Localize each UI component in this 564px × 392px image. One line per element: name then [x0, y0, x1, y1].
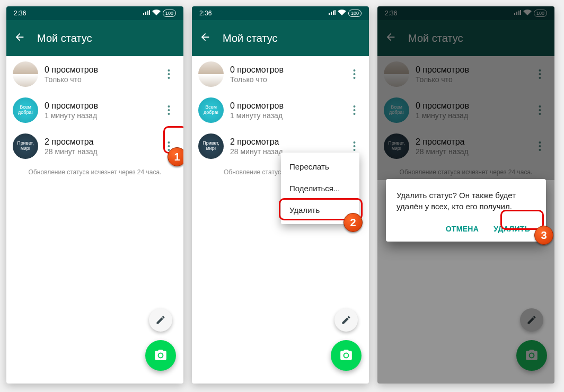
phone-screen-3: 2:36 100 Мой статус 0 просмотров Только …: [377, 6, 554, 384]
confirm-delete-button[interactable]: УДАЛИТЬ: [488, 220, 535, 237]
avatar: Привет, мир!: [13, 133, 38, 159]
status-row-text: 0 просмотров Только что: [230, 65, 339, 84]
svg-point-5: [168, 113, 170, 115]
battery-indicator: 100: [163, 10, 176, 17]
battery-indicator: 100: [348, 10, 362, 17]
phone-screen-2: 2:36 100 Мой статус 0 просмотров Только …: [192, 6, 369, 384]
more-menu-button[interactable]: [160, 102, 177, 119]
page-title: Мой статус: [223, 32, 278, 44]
svg-point-4: [168, 109, 170, 111]
status-row-title: 0 просмотров: [230, 101, 339, 111]
more-menu-button[interactable]: [160, 66, 177, 83]
svg-point-8: [168, 149, 170, 151]
status-row-title: 2 просмотра: [45, 137, 154, 147]
status-row-text: 0 просмотров Только что: [45, 65, 154, 84]
fab-stack: [145, 308, 176, 371]
edit-fab[interactable]: [149, 308, 172, 332]
svg-point-1: [168, 73, 170, 75]
dialog-actions: ОТМЕНА УДАЛИТЬ: [396, 220, 535, 237]
phone-screen-1: 2:36 100 Мой статус 0 просмотров Только …: [6, 6, 183, 384]
app-bar: Мой статус: [192, 20, 369, 56]
menu-item-delete[interactable]: Удалить: [281, 199, 359, 221]
delete-confirm-dialog: Удалить статус? Он также будет удалён у …: [386, 179, 546, 242]
svg-point-3: [168, 105, 170, 108]
more-menu-button[interactable]: [346, 66, 363, 83]
svg-point-13: [353, 109, 355, 111]
signal-icon: [328, 10, 336, 17]
status-row-sub: Только что: [45, 75, 154, 84]
more-menu-button[interactable]: [346, 102, 363, 119]
status-list: 0 просмотров Только что Всем добра! 0 пр…: [6, 56, 183, 180]
context-menu: Переслать Поделиться... Удалить: [281, 153, 359, 224]
status-row-sub: 28 минут назад: [45, 147, 154, 156]
status-row-title: 0 просмотров: [230, 65, 339, 75]
status-icons: 100: [143, 10, 176, 17]
wifi-icon: [152, 10, 161, 17]
page-title: Мой статус: [37, 32, 92, 44]
status-icons: 100: [328, 10, 362, 17]
status-row-text: 0 просмотров 1 минуту назад: [45, 101, 154, 120]
menu-item-forward[interactable]: Переслать: [281, 156, 359, 177]
svg-point-17: [353, 149, 355, 151]
more-menu-button[interactable]: [160, 138, 177, 155]
pencil-icon: [341, 315, 351, 325]
status-row-title: 0 просмотров: [45, 101, 154, 111]
avatar: [198, 61, 224, 87]
pencil-icon: [155, 315, 166, 325]
wifi-icon: [338, 10, 346, 17]
status-row-sub: 1 минуту назад: [45, 111, 154, 120]
app-bar: Мой статус: [6, 20, 183, 56]
svg-point-11: [353, 77, 355, 79]
svg-point-14: [353, 113, 355, 115]
status-row-text: 2 просмотра 28 минут назад: [45, 137, 154, 156]
status-row-sub: Только что: [230, 75, 339, 84]
status-row[interactable]: Привет, мир! 2 просмотра 28 минут назад: [6, 128, 183, 164]
back-arrow-icon[interactable]: [14, 31, 25, 45]
svg-point-16: [353, 145, 355, 147]
status-row-title: 2 просмотра: [230, 137, 339, 147]
camera-fab[interactable]: [145, 340, 176, 371]
clock-text: 2:36: [199, 10, 212, 17]
status-row-title: 0 просмотров: [45, 65, 154, 75]
svg-point-12: [353, 105, 355, 108]
camera-fab[interactable]: [331, 340, 362, 371]
fab-stack: [331, 308, 362, 371]
status-bar: 2:36 100: [192, 6, 369, 20]
camera-icon: [339, 349, 353, 362]
signal-icon: [143, 10, 150, 17]
avatar: Всем добра!: [198, 97, 224, 123]
status-row[interactable]: 0 просмотров Только что: [6, 56, 183, 92]
camera-icon: [154, 349, 168, 362]
footer-note: Обновление статуса исчезнет через 24 час…: [6, 164, 183, 180]
menu-item-share[interactable]: Поделиться...: [281, 177, 359, 199]
svg-point-6: [168, 141, 170, 144]
svg-point-7: [168, 145, 170, 147]
clock-text: 2:36: [14, 10, 26, 17]
svg-point-2: [168, 77, 170, 79]
cancel-button[interactable]: ОТМЕНА: [440, 220, 484, 237]
svg-point-0: [168, 69, 170, 72]
avatar: [13, 61, 38, 87]
status-row[interactable]: Всем добра! 0 просмотров 1 минуту назад: [6, 92, 183, 128]
avatar: Всем добра!: [13, 97, 38, 123]
status-row-sub: 1 минуту назад: [230, 111, 339, 120]
svg-point-10: [353, 73, 355, 75]
svg-point-15: [353, 141, 355, 144]
status-row[interactable]: 0 просмотров Только что: [192, 56, 369, 92]
svg-point-9: [353, 69, 355, 72]
status-row-text: 0 просмотров 1 минуту назад: [230, 101, 339, 120]
back-arrow-icon[interactable]: [199, 31, 211, 45]
status-bar: 2:36 100: [6, 6, 183, 20]
edit-fab[interactable]: [334, 308, 358, 332]
dialog-message: Удалить статус? Он также будет удалён у …: [396, 190, 535, 212]
avatar: Привет, мир!: [198, 133, 224, 159]
status-row[interactable]: Всем добра! 0 просмотров 1 минуту назад: [192, 92, 369, 128]
